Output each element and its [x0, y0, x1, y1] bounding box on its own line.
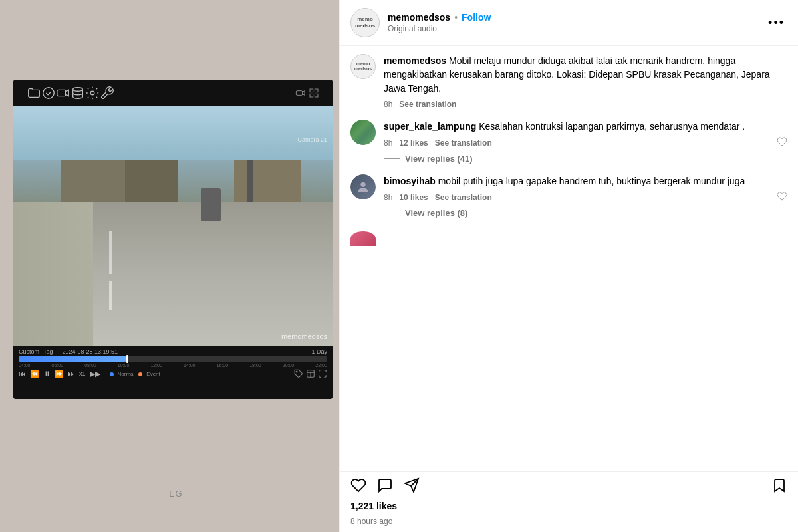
comment-1-likes: 12 likes — [399, 138, 428, 148]
road-surface — [13, 202, 332, 346]
tag-label: Tag — [43, 348, 53, 355]
comments-section[interactable]: memomedsos memomedsos Mobil melaju mundu… — [340, 46, 798, 471]
fullscreen-icon-small[interactable] — [318, 369, 327, 378]
legend-area: Normal Event — [110, 371, 160, 377]
post-time: 8 hours ago — [340, 513, 798, 532]
custom-label: Custom — [19, 348, 39, 355]
video-watermark: memomedsos — [281, 332, 327, 340]
speed-display: x1 — [79, 370, 86, 377]
view-replies-text-2[interactable]: View replies (8) — [405, 208, 467, 218]
comment-1-avatar — [350, 120, 376, 145]
follow-button[interactable]: Follow — [462, 12, 491, 23]
video-camera-icon — [56, 86, 70, 100]
tv-container: Camera 21 memomedsos Custom Tag 2024-08-… — [13, 80, 339, 479]
caption-text: memomedsos Mobil melaju mundur diduga ak… — [384, 54, 787, 96]
cctv-footage: Camera 21 memomedsos — [13, 106, 332, 346]
comment-2-see-translation[interactable]: See translation — [435, 193, 492, 202]
post-owner-avatar: memomedsos — [350, 8, 380, 37]
post-header-info: memomedsos • Follow Original audio — [388, 12, 765, 33]
likes-count[interactable]: 1,221 likes — [350, 501, 397, 511]
normal-legend-dot — [110, 372, 114, 376]
skip-back-icon[interactable]: ⏮ — [19, 370, 26, 378]
comment-1-like-button[interactable] — [777, 136, 787, 150]
audio-label: Original audio — [388, 24, 765, 33]
instagram-post-panel: memomedsos memomedsos • Follow Original … — [339, 0, 798, 532]
comment-2-like-button[interactable] — [777, 191, 787, 204]
database-icon — [70, 86, 85, 100]
comment-2-likes: 10 likes — [399, 193, 428, 202]
period-display: 1 Day — [311, 348, 327, 355]
avatar-person-icon — [356, 180, 370, 194]
comment-1-meta: 8h 12 likes See translation — [384, 136, 787, 150]
share-action-button[interactable] — [404, 477, 420, 493]
comment-1-body: Kesalahan kontruksi lapangan parkirnya, … — [476, 121, 745, 132]
camera-small-icon — [295, 88, 306, 98]
comment-2-meta: 8h 10 likes See translation — [384, 191, 787, 204]
tv-brand-label: LG — [169, 489, 183, 499]
step-forward-icon[interactable]: ⏩ — [55, 370, 64, 378]
timeline-thumb — [126, 355, 128, 363]
background-scene — [13, 106, 332, 214]
camera-label: Camera 21 — [297, 136, 327, 143]
timeline-progress — [19, 356, 126, 362]
comment-1-see-translation[interactable]: See translation — [435, 138, 492, 148]
partial-comment-row — [350, 229, 787, 246]
svg-point-0 — [43, 88, 55, 99]
comment-2-username[interactable]: bimosyihab — [384, 176, 436, 186]
comment-1-view-replies[interactable]: View replies (41) — [384, 154, 787, 164]
comment-2-time: 8h — [384, 193, 392, 202]
vehicle-in-scene — [201, 188, 221, 221]
next-icon[interactable]: ▶▶ — [90, 370, 100, 378]
wrench-icon — [100, 86, 114, 100]
caption-meta: 8h See translation — [384, 100, 787, 109]
partial-avatar — [350, 231, 376, 246]
playback-controls: ⏮ ⏪ ⏸ ⏩ ⏭ x1 ▶▶ Normal Event — [19, 369, 327, 378]
pause-icon[interactable]: ⏸ — [43, 370, 51, 378]
reply-line — [384, 158, 400, 159]
comment-1-time: 8h — [384, 138, 392, 148]
caption-time: 8h — [384, 100, 392, 109]
check-circle-icon — [41, 86, 56, 100]
post-owner-username[interactable]: memomedsos — [388, 12, 450, 23]
svg-rect-7 — [310, 94, 313, 97]
settings-icon — [85, 86, 100, 100]
caption-avatar: memomedsos — [350, 54, 376, 79]
comment-2-text: bimosyihab mobil putih juga lupa gapake … — [384, 174, 787, 188]
actions-bar — [340, 471, 798, 497]
view-replies-text-1[interactable]: View replies (41) — [405, 154, 473, 164]
dot-separator: • — [454, 12, 458, 23]
time-labels: 04:00 06:00 08:00 10:00 12:00 14:00 16:0… — [19, 363, 327, 368]
comment-2-view-replies[interactable]: View replies (8) — [384, 208, 787, 218]
svg-point-9 — [296, 371, 297, 372]
folder-icon — [27, 86, 41, 100]
comment-1-content: super_kale_lampung Kesalahan kontruksi l… — [384, 120, 787, 164]
timeline-bar[interactable] — [19, 356, 327, 362]
step-back-icon[interactable]: ⏪ — [30, 370, 39, 378]
comment-row-1: super_kale_lampung Kesalahan kontruksi l… — [350, 120, 787, 164]
event-legend-dot — [138, 372, 142, 376]
caption-see-translation[interactable]: See translation — [399, 100, 456, 109]
svg-point-13 — [360, 182, 365, 187]
comment-1-username[interactable]: super_kale_lampung — [384, 121, 476, 132]
comment-2-content: bimosyihab mobil putih juga lupa gapake … — [384, 174, 787, 218]
comment-1-text: super_kale_lampung Kesalahan kontruksi l… — [384, 120, 787, 134]
caption-row: memomedsos memomedsos Mobil melaju mundu… — [350, 54, 787, 109]
comment-2-avatar — [350, 174, 376, 200]
tag-icon-small — [294, 369, 303, 378]
action-icons-row — [350, 477, 787, 493]
tv-screen: Camera 21 memomedsos Custom Tag 2024-08-… — [13, 80, 332, 399]
layout-icon-small — [306, 369, 315, 378]
more-options-button[interactable]: ••• — [765, 13, 787, 33]
event-legend-label: Event — [146, 371, 160, 377]
caption-content: memomedsos Mobil melaju mundur diduga ak… — [384, 54, 787, 109]
post-header: memomedsos memomedsos • Follow Original … — [340, 0, 798, 46]
svg-rect-5 — [310, 89, 313, 92]
grid-icon — [309, 88, 319, 98]
comment-action-button[interactable] — [377, 477, 393, 493]
caption-username[interactable]: memomedsos — [384, 55, 446, 66]
like-action-button[interactable] — [350, 477, 366, 493]
bookmark-action-button[interactable] — [771, 477, 787, 493]
skip-forward-icon[interactable]: ⏭ — [68, 370, 75, 378]
reply-line-2 — [384, 213, 400, 213]
svg-rect-4 — [296, 91, 302, 96]
